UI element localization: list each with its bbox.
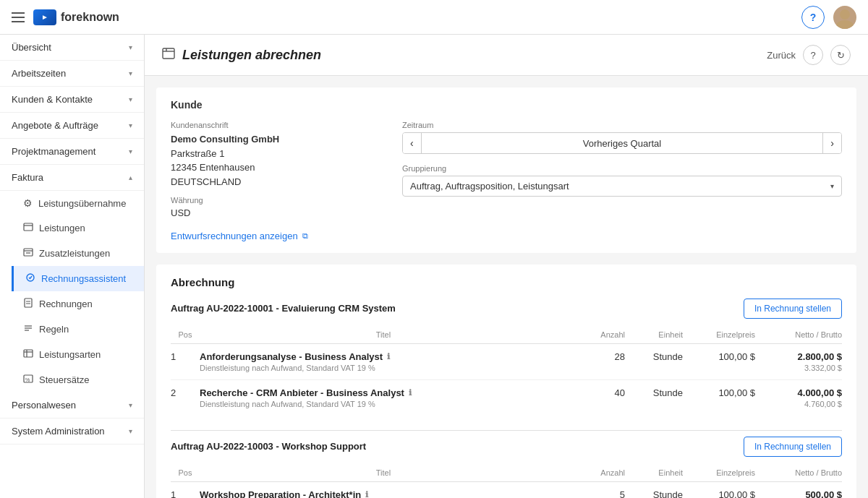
sidebar-item-arbeitszeiten[interactable]: Arbeitszeiten ▾ (0, 61, 144, 87)
logo: foreknown (33, 9, 119, 25)
sidebar-label-rechnungsassistent: Rechnungsassistent (41, 273, 126, 284)
back-button[interactable]: Zurück (767, 50, 796, 61)
table-row: 1 Workshop Preparation - Architekt*in ℹ … (171, 481, 842, 498)
rechnungen-icon (23, 298, 33, 310)
kunde-left: Kundenanschrift Demo Consulting GmbH Par… (171, 121, 373, 241)
grouping-select-value: Auftrag, Auftragsposition, Leistungsart (410, 181, 825, 192)
chevron-down-icon: ▾ (129, 43, 132, 51)
content-area: Leistungen abrechnen Zurück ? ↻ Kunde Ku… (145, 35, 868, 498)
row-netto-0-0: 2.800,00 $ 3.332,00 $ (755, 343, 842, 379)
logo-text: foreknown (61, 11, 119, 24)
sidebar-item-leistungsubernahme[interactable]: ⚙ Leistungsübernahme (12, 191, 144, 215)
billing-table-1: Pos Titel Anzahl Einheit Einzelpreis Net… (171, 465, 842, 499)
grouping-chevron-icon: ▾ (830, 182, 834, 190)
sidebar-label-faktura: Faktura (12, 172, 43, 183)
row-title-cell-0-0: Anforderungsanalyse - Business Analyst ℹ… (200, 343, 567, 379)
sidebar-item-personalwesen[interactable]: Personalwesen ▾ (0, 392, 144, 418)
col-header-netto-1: Netto / Brutto (755, 465, 842, 482)
col-header-anzahl-1: Anzahl (567, 465, 625, 482)
sidebar-item-faktura[interactable]: Faktura ▴ (0, 165, 144, 191)
page-help-button[interactable]: ? (803, 45, 823, 65)
row-anzahl-0-0: 28 (567, 343, 625, 379)
page-refresh-button[interactable]: ↻ (830, 45, 851, 65)
sidebar-label-zusatzleistungen: Zusatzleistungen (39, 248, 110, 259)
order-header-0: Auftrag AU-2022-10001 - Evaluierung CRM … (171, 299, 842, 319)
row-pos-1-0: 1 (171, 481, 200, 498)
sidebar-label-steuersatze: Steuersätze (39, 374, 89, 385)
sidebar-item-rechnungen[interactable]: Rechnungen (12, 291, 144, 317)
sidebar-item-angebote-auftraege[interactable]: Angebote & Aufträge ▾ (0, 113, 144, 139)
chevron-down-icon: ▾ (129, 95, 132, 103)
page-title-area: Leistungen abrechnen (162, 47, 321, 63)
external-link-icon: ⧉ (302, 231, 308, 241)
sidebar-item-regeln[interactable]: Regeln (12, 317, 144, 342)
row-einzelpreis-0-1: 100,00 $ (683, 379, 755, 416)
order-block-1: Auftrag AU-2022-10003 - Workshop Support… (171, 437, 842, 499)
sidebar-label-arbeitszeiten: Arbeitszeiten (12, 68, 66, 79)
table-row: 2 Recherche - CRM Anbieter - Business An… (171, 379, 842, 416)
page-title: Leistungen abrechnen (182, 48, 321, 63)
sidebar-item-zusatzleistungen[interactable]: Zusatzleistungen (12, 241, 144, 266)
period-next-button[interactable]: › (822, 133, 841, 153)
row-netto-1-0: 500,00 $ (755, 481, 842, 498)
order-block-0: Auftrag AU-2022-10001 - Evaluierung CRM … (171, 299, 842, 416)
leistungsubernahme-icon: ⚙ (23, 197, 33, 209)
billing-table-0: Pos Titel Anzahl Einheit Einzelpreis Net… (171, 327, 842, 416)
row-netto-sub-0-0: 3.332,00 $ (755, 364, 842, 372)
chevron-down-icon: ▾ (129, 147, 132, 155)
kunde-right: Zeitraum ‹ Vorheriges Quartal › Gruppier… (402, 121, 842, 241)
period-prev-button[interactable]: ‹ (403, 133, 422, 153)
row-netto-sub-0-1: 4.760,00 $ (755, 400, 842, 408)
page-title-icon (162, 47, 175, 63)
svg-point-1 (836, 20, 854, 29)
col-header-pos-1: Pos (171, 465, 200, 482)
sidebar-item-kunden-kontakte[interactable]: Kunden & Kontakte ▾ (0, 87, 144, 113)
draft-link[interactable]: Entwurfsrechnungen anzeigen ⧉ (171, 231, 373, 241)
company-country: DEUTSCHLAND (171, 175, 373, 189)
sidebar-label-leistungsarten: Leistungsarten (39, 349, 101, 360)
row-info-icon-0-0[interactable]: ℹ (387, 352, 390, 361)
regeln-icon (23, 323, 33, 335)
svg-rect-19 (163, 48, 174, 59)
top-nav-right: ? (801, 6, 856, 29)
user-avatar[interactable] (833, 6, 856, 29)
leistungsarten-icon (23, 348, 33, 361)
chevron-up-icon: ▴ (129, 173, 132, 181)
row-info-icon-1-0[interactable]: ℹ (365, 490, 368, 499)
period-selector: ‹ Vorheriges Quartal › (402, 132, 842, 154)
svg-rect-8 (25, 299, 32, 307)
top-nav-left: foreknown (12, 9, 119, 25)
sidebar-item-system-administration[interactable]: System Administration ▾ (0, 418, 144, 445)
row-title-sub-0-1: Dienstleistung nach Aufwand, Standard VA… (200, 400, 567, 408)
invoice-btn-1[interactable]: In Rechnung stellen (744, 437, 842, 457)
row-einheit-0-0: Stunde (625, 343, 683, 379)
sidebar-item-rechnungsassistent[interactable]: Rechnungsassistent (12, 266, 144, 291)
currency-label: Währung (171, 196, 373, 205)
svg-rect-14 (24, 350, 33, 357)
company-street: Parkstraße 1 (171, 147, 373, 161)
row-einheit-1-0: Stunde (625, 481, 683, 498)
sidebar-label-kunden-kontakte: Kunden & Kontakte (12, 94, 93, 105)
svg-point-0 (840, 9, 850, 20)
sidebar: Übersicht ▾ Arbeitszeiten ▾ Kunden & Kon… (0, 35, 145, 498)
sidebar-item-leistungen[interactable]: Leistungen (12, 215, 144, 241)
sidebar-item-projektmanagement[interactable]: Projektmanagement ▾ (0, 139, 144, 165)
row-info-icon-0-1[interactable]: ℹ (409, 388, 412, 398)
menu-hamburger-icon[interactable] (12, 12, 25, 22)
invoice-btn-0[interactable]: In Rechnung stellen (744, 299, 842, 319)
row-netto-main-1-0: 500,00 $ (755, 489, 842, 499)
table-row: 1 Anforderungsanalyse - Business Analyst… (171, 343, 842, 379)
help-icon-btn[interactable]: ? (801, 6, 825, 29)
order-title-0: Auftrag AU-2022-10001 - Evaluierung CRM … (171, 303, 396, 314)
sidebar-item-steuersatze[interactable]: % Steuersätze (12, 367, 144, 392)
page-header: Leistungen abrechnen Zurück ? ↻ (145, 35, 868, 76)
col-header-einheit-1: Einheit (625, 465, 683, 482)
sidebar-item-uebersicht[interactable]: Übersicht ▾ (0, 35, 144, 61)
main-layout: Übersicht ▾ Arbeitszeiten ▾ Kunden & Kon… (0, 35, 868, 498)
sidebar-item-leistungsarten[interactable]: Leistungsarten (12, 342, 144, 367)
sidebar-label-uebersicht: Übersicht (12, 42, 51, 53)
row-title-sub-0-0: Dienstleistung nach Aufwand, Standard VA… (200, 364, 567, 372)
chevron-down-icon: ▾ (129, 427, 132, 435)
row-title-main-0-1: Recherche - CRM Anbieter - Business Anal… (200, 387, 567, 398)
grouping-select[interactable]: Auftrag, Auftragsposition, Leistungsart … (402, 176, 842, 197)
